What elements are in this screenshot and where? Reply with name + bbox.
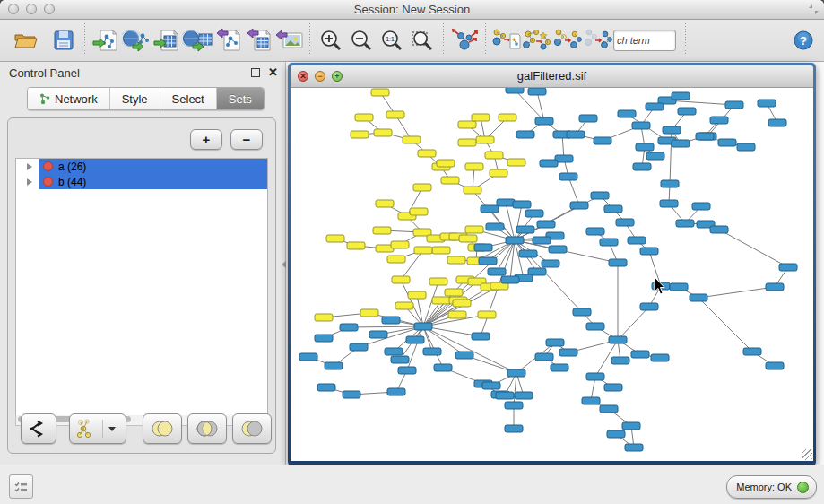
graph-node[interactable] — [519, 250, 537, 257]
graph-edge[interactable] — [568, 177, 579, 205]
graph-node[interactable] — [528, 88, 546, 95]
export-table-button[interactable] — [243, 24, 273, 56]
graph-node[interactable] — [549, 246, 567, 253]
graph-node[interactable] — [631, 351, 649, 358]
graph-node[interactable] — [622, 422, 640, 430]
graph-node[interactable] — [768, 119, 786, 126]
graph-node[interactable] — [382, 317, 400, 324]
graph-node[interactable] — [573, 308, 591, 316]
graph-node[interactable] — [625, 444, 643, 451]
graph-node[interactable] — [609, 259, 627, 266]
search-input[interactable]: ch term — [613, 30, 676, 51]
expander-icon[interactable] — [27, 163, 32, 170]
graph-node[interactable] — [690, 294, 707, 301]
graph-node[interactable] — [604, 384, 622, 391]
window-titlebar[interactable]: Session: New Session — [0, 0, 824, 20]
graph-node[interactable] — [611, 357, 629, 364]
graph-node[interactable] — [594, 137, 611, 144]
graph-node[interactable] — [660, 200, 678, 207]
zoom-in-button[interactable] — [316, 24, 346, 56]
graph-node[interactable] — [542, 260, 559, 267]
graph-node[interactable] — [472, 333, 490, 340]
graph-node[interactable] — [391, 241, 409, 248]
graph-node[interactable] — [640, 248, 658, 255]
graph-node[interactable] — [326, 235, 344, 242]
graph-node[interactable] — [600, 239, 618, 246]
graph-node[interactable] — [299, 353, 317, 361]
chevron-down-icon[interactable] — [108, 427, 116, 431]
graph-node[interactable] — [340, 324, 358, 331]
graph-node[interactable] — [497, 199, 515, 206]
graph-node[interactable] — [347, 242, 365, 249]
graph-node[interactable] — [406, 336, 424, 343]
graph-node[interactable] — [586, 228, 604, 235]
graph-node[interactable] — [670, 283, 688, 291]
graph-node[interactable] — [672, 92, 690, 100]
graph-node[interactable] — [464, 187, 481, 194]
graph-node[interactable] — [410, 208, 428, 215]
graph-node[interactable] — [429, 278, 447, 285]
graph-node[interactable] — [343, 391, 360, 398]
help-button[interactable]: ? — [788, 24, 819, 56]
graph-node[interactable] — [537, 221, 555, 228]
set-union-button[interactable] — [143, 413, 182, 444]
graph-node[interactable] — [646, 103, 664, 110]
graph-node[interactable] — [453, 300, 471, 307]
graph-node[interactable] — [458, 121, 476, 128]
new-network-from-selection-button[interactable] — [552, 24, 583, 56]
graph-node[interactable] — [725, 101, 743, 109]
graph-node[interactable] — [567, 131, 585, 138]
tab-sets[interactable]: Sets — [217, 88, 264, 109]
zoom-selected-region-button[interactable] — [407, 24, 438, 56]
graph-node[interactable] — [371, 89, 389, 96]
graph-node[interactable] — [387, 388, 405, 395]
graph-node[interactable] — [403, 136, 421, 143]
graph-node[interactable] — [414, 247, 432, 254]
graph-node[interactable] — [458, 139, 476, 146]
graph-node[interactable] — [355, 114, 373, 121]
graph-node[interactable] — [387, 256, 405, 263]
tab-network[interactable]: Network — [28, 88, 110, 109]
graph-node[interactable] — [696, 133, 714, 140]
tab-select[interactable]: Select — [160, 88, 217, 109]
graph-node[interactable] — [479, 257, 497, 265]
graph-node[interactable] — [414, 323, 432, 330]
graph-node[interactable] — [501, 276, 519, 283]
tab-style[interactable]: Style — [110, 88, 160, 109]
network-canvas[interactable] — [291, 88, 813, 461]
graph-node[interactable] — [465, 226, 483, 233]
export-image-button[interactable] — [273, 24, 304, 56]
graph-node[interactable] — [516, 226, 534, 233]
graph-node[interactable] — [423, 348, 441, 355]
graph-node[interactable] — [459, 235, 477, 242]
graph-node[interactable] — [445, 289, 463, 296]
select-first-neighbors-button[interactable] — [522, 24, 552, 56]
graph-node[interactable] — [766, 362, 784, 369]
graph-node[interactable] — [413, 184, 431, 191]
import-table-file-button[interactable] — [152, 24, 182, 56]
graph-node[interactable] — [374, 129, 392, 136]
network-window-titlebar[interactable]: ✕ − + galFiltered.sif — [291, 65, 813, 88]
graph-node[interactable] — [628, 237, 646, 244]
graph-node[interactable] — [474, 244, 492, 251]
graph-node[interactable] — [398, 367, 416, 374]
graph-node[interactable] — [632, 122, 650, 129]
graph-node[interactable] — [737, 143, 755, 151]
graph-node[interactable] — [533, 237, 551, 244]
add-set-button[interactable]: + — [190, 129, 222, 150]
import-network-file-button[interactable] — [91, 24, 121, 56]
open-file-button[interactable] — [11, 24, 41, 56]
graph-node[interactable] — [485, 152, 503, 159]
graph-node[interactable] — [385, 348, 403, 355]
graph-node[interactable] — [586, 323, 604, 330]
graph-node[interactable] — [437, 160, 455, 167]
graph-edge[interactable] — [618, 307, 649, 340]
import-table-url-button[interactable] — [182, 24, 213, 56]
remove-set-button[interactable]: − — [230, 129, 263, 150]
graph-node[interactable] — [441, 177, 459, 184]
graph-node[interactable] — [432, 247, 450, 254]
graph-node[interactable] — [486, 223, 504, 230]
graph-node[interactable] — [408, 291, 426, 299]
graph-node[interactable] — [448, 311, 466, 318]
graph-node[interactable] — [472, 114, 490, 121]
